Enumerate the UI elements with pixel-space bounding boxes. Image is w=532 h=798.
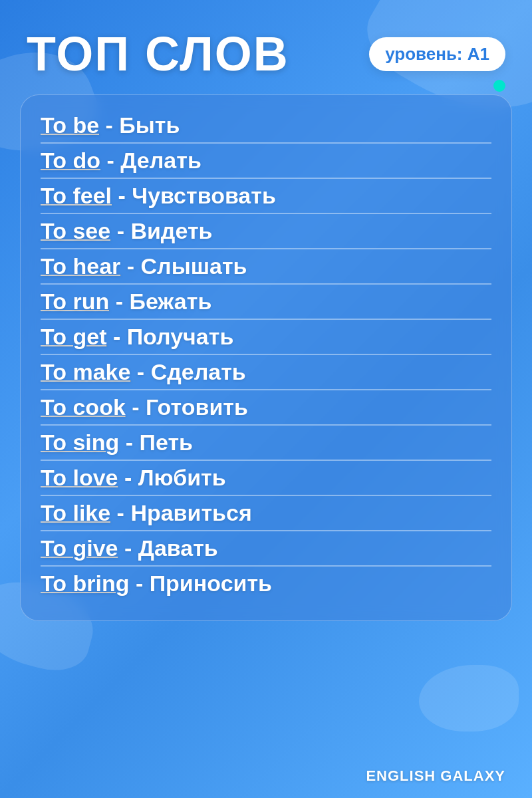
word-item: To like - Нравиться (41, 496, 491, 531)
word-text: To be - Быть (41, 112, 180, 138)
word-item: To bring - Приносить (41, 567, 491, 600)
word-item: To sing - Петь (41, 426, 491, 461)
word-text: To cook - Готовить (41, 394, 248, 420)
word-english: To hear (41, 253, 120, 279)
word-text: To feel - Чувствовать (41, 183, 276, 208)
word-item: To be - Быть (41, 108, 491, 144)
word-item: To feel - Чувствовать (41, 179, 491, 214)
word-english: To get (41, 324, 106, 349)
word-english: To make (41, 359, 130, 384)
word-english: To love (41, 465, 118, 490)
word-item: To make - Сделать (41, 355, 491, 390)
word-english: To bring (41, 571, 129, 596)
word-english: To like (41, 500, 110, 525)
page-title: ТОП СЛОВ (27, 27, 289, 81)
words-card: To be - БытьTo do - ДелатьTo feel - Чувс… (20, 94, 512, 621)
word-english: To cook (41, 394, 126, 420)
branding-text: ENGLISH GALAXY (366, 767, 505, 785)
word-text: To hear - Слышать (41, 253, 247, 279)
word-english: To be (41, 112, 99, 138)
word-text: To make - Сделать (41, 359, 246, 384)
word-text: To sing - Петь (41, 430, 193, 455)
word-item: To do - Делать (41, 144, 491, 179)
word-text: To get - Получать (41, 324, 233, 349)
word-item: To see - Видеть (41, 214, 491, 249)
word-english: To sing (41, 430, 119, 455)
word-english: To run (41, 289, 109, 314)
word-text: To give - Давать (41, 535, 218, 561)
word-english: To feel (41, 183, 112, 208)
word-text: To love - Любить (41, 465, 226, 490)
word-text: To bring - Приносить (41, 571, 272, 596)
word-item: To hear - Слышать (41, 249, 491, 285)
word-text: To see - Видеть (41, 218, 212, 243)
word-text: To like - Нравиться (41, 500, 252, 525)
word-item: To cook - Готовить (41, 390, 491, 426)
word-text: To do - Делать (41, 148, 201, 173)
word-item: To give - Давать (41, 531, 491, 567)
word-english: To see (41, 218, 110, 243)
word-english: To do (41, 148, 100, 173)
word-item: To run - Бежать (41, 285, 491, 320)
word-item: To get - Получать (41, 320, 491, 355)
word-text: To run - Бежать (41, 289, 211, 314)
level-badge: уровень: А1 (369, 37, 505, 71)
page-header: ТОП СЛОВ уровень: А1 (0, 0, 532, 94)
bg-decoration-4 (419, 665, 519, 732)
word-item: To love - Любить (41, 461, 491, 496)
word-english: To give (41, 535, 118, 561)
